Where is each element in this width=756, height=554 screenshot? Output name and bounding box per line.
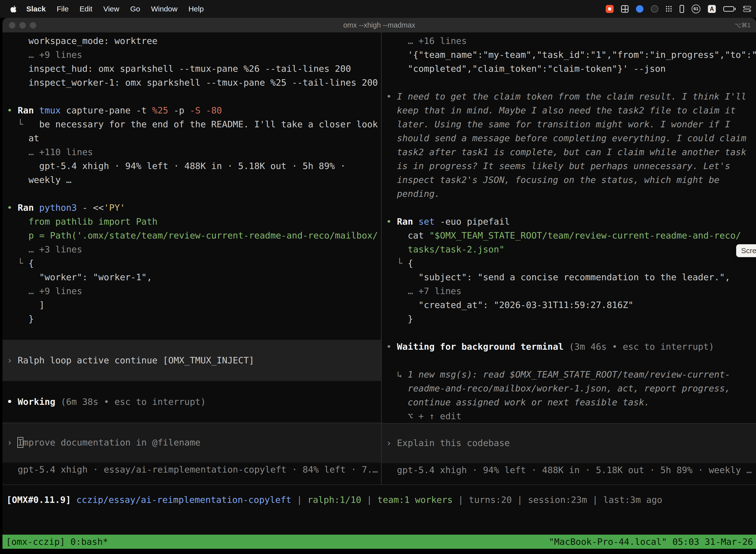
text-segment: {: [28, 258, 34, 268]
command-output: └ {: [382, 257, 756, 270]
prompt-input[interactable]: › Improve documentation in @filename: [2, 423, 381, 463]
text-segment: •: [7, 397, 18, 407]
mailbox-note: readme-and-reco/mailbox/worker-1.json, a…: [382, 382, 756, 395]
text-segment: gpt-5.4 xhigh · essay/ai-reimplementatio…: [7, 464, 378, 475]
ralph-counter: ralph:1/10: [308, 495, 361, 505]
text-segment: ›: [7, 355, 18, 365]
text-segment: be necessary for the end of the README. …: [23, 119, 378, 129]
menu-item-file[interactable]: File: [57, 5, 68, 13]
apps-grid-icon[interactable]: [666, 6, 672, 12]
menu-app-name[interactable]: Slack: [26, 5, 46, 13]
text-segment: [386, 119, 397, 129]
text-segment: %25: [152, 105, 168, 115]
omx-status-bar: [OMX#0.11.9] cczip/essay/ai-reimplementa…: [2, 485, 756, 507]
screen-recording-stop-icon[interactable]: [606, 5, 614, 13]
edit-hint: ⌥ + ↑ edit: [382, 409, 756, 423]
app-status-icon-blue[interactable]: [636, 5, 643, 13]
blank-line: [382, 326, 756, 340]
text-segment: [386, 161, 397, 171]
text-segment: (3m 46s • esc to interrupt): [564, 341, 714, 352]
terminal-pane-right[interactable]: … +16 lines '{"team_name":"my-team","tas…: [382, 33, 756, 485]
thinking-text: pending.: [382, 187, 756, 201]
text-segment: should send a message before completing …: [397, 133, 746, 143]
device-icon[interactable]: [680, 5, 684, 13]
window-titlebar[interactable]: omx --xhigh --madmax ⌥⌘1: [2, 18, 756, 33]
menu-item-view[interactable]: View: [103, 5, 119, 13]
battery-icon[interactable]: [723, 6, 736, 12]
screen-share-popover[interactable]: Scre: [736, 244, 756, 257]
text-segment: python3: [39, 203, 82, 213]
text-segment: {: [408, 258, 413, 268]
command-output: └ be necessary for the end of the README…: [2, 117, 381, 131]
text-segment: … +110 lines: [7, 147, 93, 157]
menu-item-window[interactable]: Window: [151, 5, 178, 13]
thinking-text: • I need to get the claim token from the…: [382, 90, 756, 104]
text-segment: task2 after task1 is complete, but can I…: [397, 147, 746, 157]
text-segment: (6m 38s • esc to interrupt): [55, 397, 206, 407]
screen: { "colors": { "terminal_bg": "#0c0c0c", …: [0, 0, 756, 554]
text-segment: [386, 397, 408, 407]
text-segment: |: [587, 495, 603, 505]
text-segment: -p: [168, 105, 190, 115]
command-output: "created_at": "2026-03-31T11:59:27.816Z": [382, 298, 756, 312]
text-segment: "created_at": "2026-03-31T11:59:27.816Z": [386, 300, 633, 310]
menu-item-help[interactable]: Help: [189, 5, 204, 13]
text-segment: - <<: [82, 203, 104, 213]
text-segment: continue assigned work or next feasible …: [408, 397, 649, 407]
thinking-text: later. Using the same for transition mig…: [382, 117, 756, 131]
code-line: p = Path('.omx/state/team/review-current…: [2, 229, 381, 242]
blank-line: [2, 409, 381, 423]
team-counter: team:1 workers: [378, 495, 453, 505]
text-segment: }: [386, 314, 413, 324]
text-segment: mprove documentation in @filename: [23, 437, 200, 447]
text-segment: -S -80: [190, 105, 222, 115]
close-button[interactable]: [9, 22, 15, 29]
battery-percent-badge[interactable]: 61: [692, 4, 700, 13]
tmux-host-time: "MacBook-Pro-44.local" 05:03 31-Mar-26: [549, 537, 753, 547]
text-segment: •: [386, 91, 397, 102]
mailbox-note: continue assigned work or next feasible …: [382, 395, 756, 409]
menu-item-edit[interactable]: Edit: [80, 5, 92, 13]
apple-menu-icon[interactable]: [10, 5, 17, 13]
text-segment: … +3 lines: [7, 244, 82, 255]
thinking-text: task2 after task1 is complete, but can I…: [382, 145, 756, 159]
turns-counter: turns:20: [469, 495, 512, 505]
blank-line: [2, 90, 381, 104]
text-segment: |: [361, 495, 378, 505]
mailbox-note: ↳ 1 new msg(s): read $OMX_TEAM_STATE_ROO…: [382, 368, 756, 382]
text-segment: Working: [18, 397, 55, 407]
text-segment: Explain this codebase: [397, 438, 510, 448]
prompt-input[interactable]: › Explain this codebase: [382, 423, 756, 463]
elided-lines: … +16 lines: [382, 34, 756, 48]
terminal-window: omx --xhigh --madmax ⌥⌘1 workspace_mode:…: [2, 18, 756, 554]
app-status-icon-dark[interactable]: [651, 5, 658, 13]
blank-line: [382, 354, 756, 368]
omx-branch: cczip/essay/ai-reimplementation-copyleft: [76, 495, 292, 505]
menu-item-go[interactable]: Go: [130, 5, 140, 13]
text-segment: [386, 189, 397, 199]
command-output: }: [382, 312, 756, 326]
session-timer: session:23m: [528, 495, 587, 505]
text-segment: -euo pipefail: [440, 216, 510, 227]
bottom-gap: [2, 549, 756, 554]
blank-line: [2, 187, 381, 201]
control-center-icon[interactable]: [743, 6, 751, 12]
text-segment: from pathlib import Path: [28, 216, 158, 227]
text-segment: tasks/task-2.json": [408, 244, 504, 255]
text-segment: └: [7, 258, 28, 268]
text-segment: [386, 147, 397, 157]
text-segment: cat: [386, 230, 429, 240]
terminal-pane-left[interactable]: workspace_mode: worktree … +9 lines insp…: [2, 33, 381, 485]
window-manager-icon[interactable]: [621, 5, 629, 13]
text-segment: workspace_mode: worktree: [7, 36, 158, 46]
text-segment: |: [512, 495, 528, 505]
ralph-loop-banner[interactable]: › Ralph loop active continue [OMX_TMUX_I…: [2, 340, 381, 381]
input-source-icon[interactable]: A: [708, 5, 716, 13]
minimize-button[interactable]: [19, 22, 26, 29]
tmux-session-window[interactable]: [omx-cczip] 0:bash*: [6, 537, 108, 547]
text-segment: └: [386, 258, 408, 268]
zoom-button[interactable]: [30, 22, 36, 29]
text-segment: •: [386, 216, 397, 227]
text-segment: … +16 lines: [386, 36, 467, 46]
thinking-text: inspect task2's JSON, focusing on the st…: [382, 173, 756, 187]
